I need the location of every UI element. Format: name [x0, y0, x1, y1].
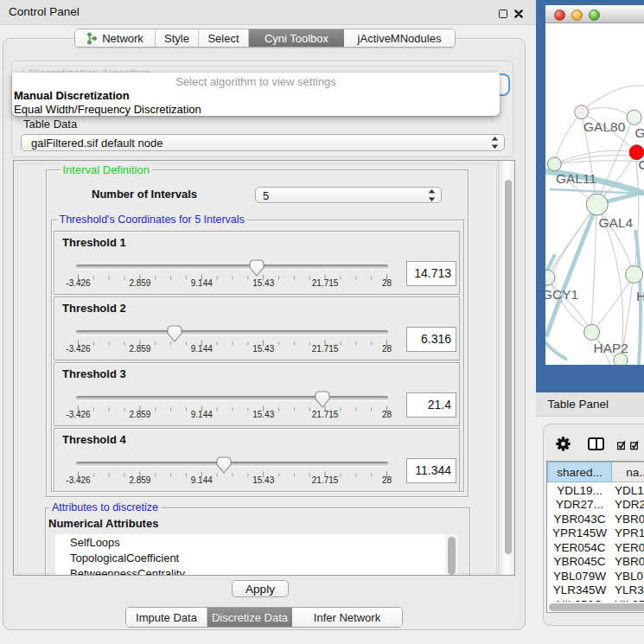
svg-text:GAL4: GAL4	[599, 215, 634, 230]
svg-text:GAL1: GAL1	[635, 125, 644, 140]
svg-text:GAL80: GAL80	[583, 119, 626, 134]
svg-text:GCY1: GCY1	[545, 287, 578, 302]
svg-text:GAL11: GAL11	[556, 171, 596, 186]
svg-text:CDC1: CDC1	[639, 157, 644, 172]
svg-text:HAP2: HAP2	[594, 341, 629, 355]
svg-text:HIS4: HIS4	[636, 289, 644, 303]
